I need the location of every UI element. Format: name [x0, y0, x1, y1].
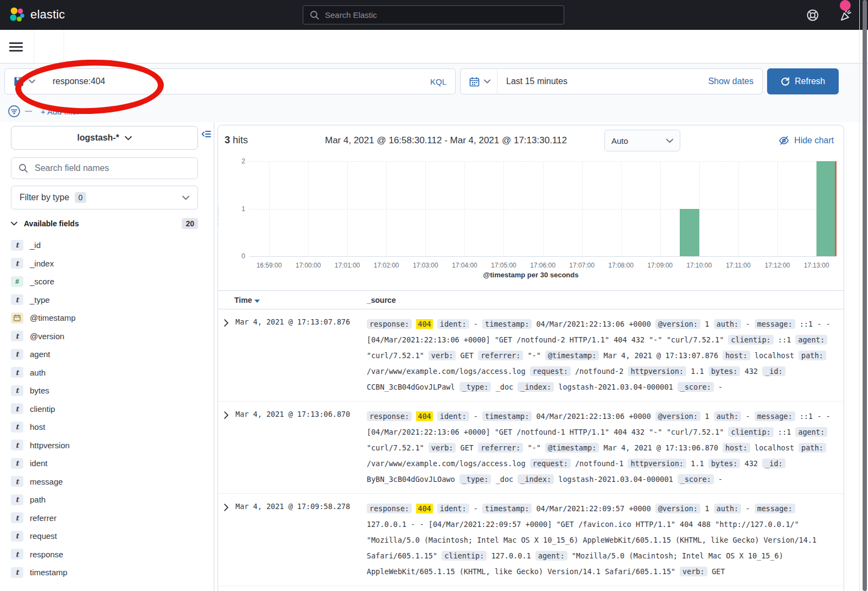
expand-row-icon[interactable] — [224, 504, 229, 511]
histogram-bar-17:09:30[interactable] — [680, 209, 699, 257]
gridline — [347, 161, 348, 256]
field-value: 1 — [705, 504, 709, 513]
field-list: t_idt_index#_scoret_type@timestampt@vers… — [11, 236, 203, 582]
field-item-timestamp[interactable]: @timestamp — [11, 309, 203, 327]
column-header-time[interactable]: Time — [234, 296, 260, 304]
collapse-sidebar-icon[interactable] — [201, 129, 212, 139]
vertical-scrollbar[interactable] — [859, 0, 868, 591]
field-value: logstash-2021.03.04-000001 — [558, 475, 673, 484]
field-value: - — [745, 412, 750, 421]
field-pill: agent: — [795, 427, 827, 437]
field-pill: response: — [367, 319, 412, 329]
expand-row-icon[interactable] — [224, 319, 229, 327]
field-search-input[interactable]: Search field names — [11, 157, 198, 179]
field-item-message[interactable]: tmessage — [11, 473, 203, 491]
available-fields-header[interactable]: Available fields 20 — [11, 216, 198, 231]
x-tick-label: 17:03:00 — [413, 262, 438, 269]
gridline — [699, 161, 700, 256]
field-item-id[interactable]: t_id — [11, 236, 203, 255]
field-item-auth[interactable]: tauth — [11, 364, 203, 382]
chevron-down-icon — [182, 195, 189, 200]
highlighted-value: 404 — [416, 504, 432, 513]
histogram-chart[interactable]: Count 16:59:0017:00:0017:01:0017:02:0017… — [218, 156, 844, 290]
field-pill: @version: — [655, 319, 700, 329]
field-item-path[interactable]: tpath — [11, 491, 203, 509]
filter-by-type-label: Filter by type — [20, 193, 69, 202]
histogram-bar-17:13:00[interactable] — [816, 161, 836, 256]
text-type-icon: t — [11, 349, 23, 360]
index-pattern-select[interactable]: logstash-* — [11, 126, 198, 150]
elastic-logo[interactable]: elastic — [9, 7, 65, 23]
help-icon[interactable] — [806, 8, 820, 22]
query-input[interactable]: response:404 KQL — [4, 68, 456, 94]
x-axis-title: @timestamp per 30 seconds — [218, 271, 844, 279]
field-name: referrer — [30, 513, 56, 523]
field-pill: verb: — [429, 443, 456, 453]
refresh-button[interactable]: Refresh — [767, 68, 839, 94]
field-pill: auth: — [714, 411, 742, 421]
field-pill: bytes: — [709, 366, 741, 376]
text-type-icon: t — [11, 294, 23, 305]
menu-icon[interactable] — [9, 42, 23, 52]
saved-query-menu[interactable] — [5, 76, 43, 87]
text-type-icon: t — [11, 531, 23, 542]
text-type-icon: t — [11, 512, 23, 523]
table-row: Mar 4, 2021 @ 17:13:06.870response: 404 … — [218, 402, 844, 494]
field-value: GET — [461, 351, 474, 360]
time-range-picker[interactable]: Last 15 minutes Show dates — [460, 68, 763, 94]
scrollbar-thumb[interactable] — [863, 0, 867, 591]
show-dates-link[interactable]: Show dates — [708, 77, 762, 86]
search-icon — [18, 163, 28, 173]
calendar-icon — [469, 77, 480, 87]
x-tick-label: 17:08:00 — [608, 262, 634, 269]
global-search-input[interactable]: Search Elastic — [303, 5, 564, 24]
gridline — [543, 161, 544, 256]
field-item-referrer[interactable]: treferrer — [11, 509, 203, 528]
field-item-type[interactable]: t_type — [11, 291, 203, 309]
field-name: @version — [30, 332, 65, 341]
hits-label: hits — [233, 135, 248, 145]
field-value: CCBN_3cB04dGovJLPawl — [367, 383, 455, 391]
field-item-version[interactable]: t@version — [11, 327, 203, 346]
field-pill: clientip: — [728, 427, 773, 437]
field-item-clientip[interactable]: tclientip — [11, 400, 203, 418]
time-range-value[interactable]: Last 15 minutes — [497, 77, 708, 86]
date-quick-select[interactable] — [461, 77, 497, 87]
field-item-httpversion[interactable]: thttpversion — [11, 436, 203, 455]
interval-select[interactable]: Auto — [604, 130, 680, 151]
field-pill: request: — [530, 366, 571, 376]
plot-area: 16:59:0017:00:0017:01:0017:02:0017:03:00… — [250, 161, 836, 257]
gridline — [464, 161, 465, 256]
notification-badge — [840, 0, 851, 11]
field-item-agent[interactable]: tagent — [11, 345, 203, 364]
add-filter-link[interactable]: + Add filter — [41, 107, 79, 116]
field-item-timestamp[interactable]: ttimestamp — [11, 563, 203, 582]
discover-main-panel: 3 hits Mar 4, 2021 @ 16:58:30.112 - Mar … — [218, 125, 844, 591]
hide-chart-button[interactable]: Hide chart — [778, 135, 834, 146]
field-name: @timestamp — [30, 313, 75, 322]
filter-menu-icon[interactable] — [8, 105, 21, 118]
query-language-button[interactable]: KQL — [430, 77, 455, 86]
field-item-bytes[interactable]: tbytes — [11, 382, 203, 400]
row-source: response: 404 ident: - timestamp: 04/Mar… — [367, 501, 834, 580]
field-value: /notfound-1 — [575, 459, 623, 468]
field-name: _score — [30, 277, 54, 286]
filter-by-type-select[interactable]: Filter by type 0 — [11, 186, 198, 209]
field-item-ident[interactable]: tident — [11, 454, 203, 473]
query-string[interactable]: response:404 — [43, 77, 430, 86]
field-pill: timestamp: — [482, 319, 532, 329]
field-item-index[interactable]: t_index — [11, 255, 203, 273]
field-name: ident — [30, 459, 48, 468]
field-item-host[interactable]: thost — [11, 418, 203, 436]
expand-row-icon[interactable] — [224, 411, 229, 419]
text-type-icon: t — [11, 494, 23, 505]
field-value: "-" — [527, 443, 540, 452]
field-value: 1 — [705, 412, 709, 421]
field-item-response[interactable]: tresponse — [11, 545, 203, 564]
field-item-score[interactable]: #_score — [11, 272, 203, 291]
field-name: _type — [30, 295, 50, 304]
field-item-request[interactable]: trequest — [11, 527, 203, 545]
field-pill: message: — [755, 504, 795, 513]
field-value: /var/www/example.com/logs/access.log — [367, 459, 526, 468]
row-source: response: 404 ident: - timestamp: 04/Mar… — [367, 409, 834, 487]
